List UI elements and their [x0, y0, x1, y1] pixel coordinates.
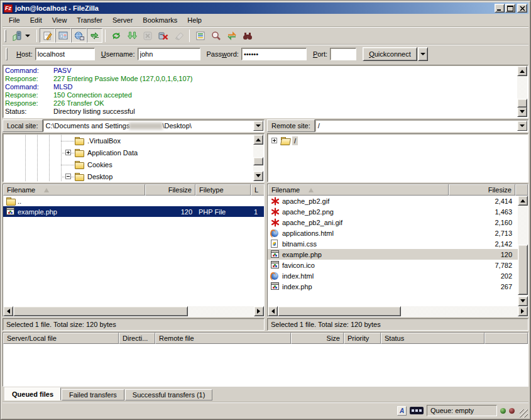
scroll-down-button[interactable]	[517, 107, 527, 117]
toggle-transfer-queue-button[interactable]	[87, 28, 102, 43]
toggle-local-tree-button[interactable]	[55, 28, 71, 43]
resize-grip[interactable]	[520, 409, 528, 417]
scroll-right-button[interactable]	[254, 306, 264, 316]
quickbar-grip[interactable]	[6, 48, 8, 60]
remote-hscrollbar[interactable]	[268, 306, 528, 316]
scroll-thumb[interactable]	[278, 306, 401, 316]
site-manager-dropdown-button[interactable]	[25, 28, 34, 43]
tree-item-cookies[interactable]: Cookies	[3, 159, 264, 171]
local-site-dropdown-button[interactable]	[253, 121, 263, 131]
scroll-track[interactable]	[518, 206, 528, 296]
queue-column-header-remote-file[interactable]: Remote file	[155, 333, 291, 344]
queue-column-header-server-local-file[interactable]: Server/Local file	[3, 333, 119, 344]
expand-plus-icon[interactable]	[65, 150, 71, 155]
menu-transfer[interactable]: Transfer	[72, 14, 107, 26]
remote-column-header-filename[interactable]: Filename	[268, 184, 449, 196]
scroll-track[interactable]	[13, 306, 254, 316]
menu-help[interactable]: Help	[182, 14, 207, 26]
minimize-button[interactable]	[495, 4, 505, 13]
port-input[interactable]	[330, 48, 356, 60]
local-column-header-filetype[interactable]: Filetype	[195, 184, 251, 196]
scroll-left-button[interactable]	[268, 306, 278, 316]
clear-queue-button[interactable]	[171, 28, 187, 43]
remote-column-header-filesize[interactable]: Filesize	[449, 184, 515, 196]
queue-header: Server/Local fileDirecti...Remote fileSi…	[3, 333, 528, 344]
scroll-track[interactable]	[517, 76, 527, 107]
disconnect-button[interactable]	[155, 28, 171, 43]
log-line-text: 227 Entering Passive Mode (127,0,0,1,6,1…	[53, 75, 192, 83]
arrow-up-icon	[520, 197, 525, 202]
local-row-example-php[interactable]: example.php120PHP File1	[3, 206, 264, 217]
menu-bookmarks[interactable]: Bookmarks	[138, 14, 182, 26]
remote-site-dropdown-button[interactable]	[517, 121, 527, 131]
scroll-down-button[interactable]	[518, 296, 528, 306]
tab-failed-transfers[interactable]: Failed transfers	[62, 389, 124, 401]
tab-queued-files[interactable]: Queued files	[4, 387, 61, 401]
toggle-remote-tree-button[interactable]	[71, 28, 87, 43]
password-input[interactable]	[241, 48, 307, 60]
remote-row-apache-pb2-png[interactable]: apache_pb2.png1,463	[268, 206, 518, 217]
filename-label: ..	[18, 197, 21, 205]
queue-column-header-status[interactable]: Status	[381, 333, 484, 344]
local-column-header-l[interactable]: L	[251, 184, 265, 196]
remote-row-applications-html[interactable]: applications.html2,713	[268, 228, 518, 238]
host-input[interactable]	[35, 48, 95, 60]
scroll-track[interactable]	[278, 306, 518, 316]
refresh-button[interactable]	[108, 28, 124, 43]
tree-item-application-data[interactable]: Application Data	[3, 147, 264, 159]
expand-plus-icon[interactable]	[271, 138, 277, 143]
scroll-up-button[interactable]	[518, 196, 528, 206]
remote-row-example-php[interactable]: example.php120	[268, 249, 518, 260]
local-hscrollbar[interactable]	[3, 306, 264, 316]
scroll-thumb[interactable]	[517, 99, 527, 108]
collapse-minus-icon[interactable]	[65, 174, 71, 179]
close-button[interactable]	[517, 4, 527, 13]
local-row-item[interactable]: ..	[3, 196, 264, 206]
queue-column-header-priority[interactable]: Priority	[344, 333, 381, 344]
scroll-right-button[interactable]	[518, 306, 528, 316]
quickconnect-bar: Host: Username: Password: Port: Quickcon…	[3, 44, 528, 64]
quickconnect-dropdown-button[interactable]	[418, 47, 428, 61]
menu-view[interactable]: View	[47, 14, 72, 26]
remote-row-apache-pb2-ani-gif[interactable]: apache_pb2_ani.gif2,160	[268, 217, 518, 228]
log-scrollbar[interactable]	[517, 66, 527, 117]
menu-edit[interactable]: Edit	[25, 14, 47, 26]
synchronized-browsing-button[interactable]	[224, 28, 239, 43]
local-column-header-filename[interactable]: Filename	[3, 184, 145, 196]
log-line-text: 226 Transfer OK	[53, 99, 104, 108]
process-queue-button[interactable]	[124, 28, 140, 43]
toggle-message-log-button[interactable]	[40, 28, 55, 43]
toolbar-grip[interactable]	[4, 30, 6, 42]
remote-site-combobox[interactable]: /	[315, 119, 528, 132]
tree-item-item[interactable]: /	[268, 135, 528, 147]
remote-row-index-php[interactable]: index.php267	[268, 281, 518, 292]
remote-row-index-html[interactable]: index.html202	[268, 270, 518, 281]
tree-item-desktop[interactable]: Desktop	[3, 171, 264, 182]
scroll-left-button[interactable]	[3, 306, 13, 316]
queue-column-header-directi[interactable]: Directi...	[119, 333, 155, 344]
remote-row-apache-pb2-gif[interactable]: apache_pb2.gif2,414	[268, 196, 518, 206]
scroll-up-button[interactable]	[517, 66, 527, 76]
site-manager-icon	[12, 31, 22, 41]
tab-successful-transfers-1[interactable]: Successful transfers (1)	[125, 389, 213, 401]
quickconnect-button[interactable]: Quickconnect	[363, 47, 417, 61]
cancel-operation-button[interactable]	[140, 28, 155, 43]
directory-comparison-button[interactable]	[208, 28, 224, 43]
queue-column-header-size[interactable]: Size	[291, 333, 344, 344]
local-column-header-filesize[interactable]: Filesize	[145, 184, 195, 196]
site-manager-button[interactable]	[9, 28, 25, 43]
local-site-combobox[interactable]: C:\Documents and Settings\Desktop\	[43, 119, 265, 132]
username-input[interactable]	[138, 48, 200, 60]
menu-file[interactable]: File	[4, 14, 25, 26]
menu-server[interactable]: Server	[107, 14, 138, 26]
remote-row-favicon-ico[interactable]: favicon.ico7,782	[268, 260, 518, 270]
scroll-thumb[interactable]	[13, 306, 188, 316]
maximize-button[interactable]	[505, 4, 515, 13]
filter-button[interactable]	[192, 28, 208, 43]
scroll-thumb[interactable]	[518, 245, 528, 295]
remote-row-bitnami-css[interactable]: bitnami.css2,142	[268, 238, 518, 249]
tree-item-virtualbox[interactable]: .VirtualBox	[3, 135, 264, 147]
cell-size: 120	[145, 206, 195, 217]
remote-list-scrollbar[interactable]	[518, 196, 528, 306]
find-files-button[interactable]	[239, 28, 255, 43]
